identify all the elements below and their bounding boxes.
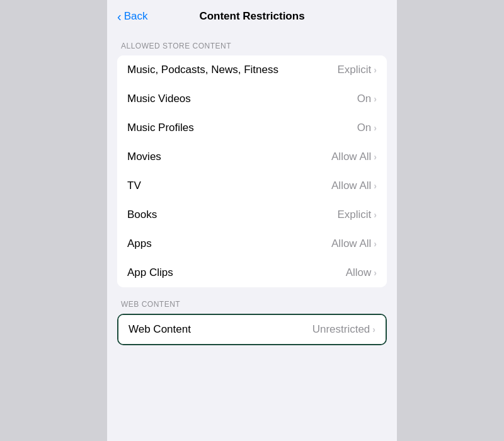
list-item-movies[interactable]: MoviesAllow All› <box>117 142 387 171</box>
web-content-container: Web ContentUnrestricted› <box>117 314 387 345</box>
list-item-value-app-clips: Allow <box>346 266 372 279</box>
chevron-right-icon: › <box>374 123 377 133</box>
back-button[interactable]: ‹ Back <box>117 9 147 24</box>
list-item-value-music-videos: On <box>357 93 372 105</box>
list-item-books[interactable]: BooksExplicit› <box>117 200 387 229</box>
back-chevron-icon: ‹ <box>117 9 122 24</box>
list-item-label-tv: TV <box>127 180 141 192</box>
list-item-right-web-content-item: Unrestricted› <box>312 323 375 336</box>
list-item-web-content-item[interactable]: Web ContentUnrestricted› <box>118 315 386 344</box>
nav-bar: ‹ Back Content Restrictions <box>107 0 397 29</box>
list-item-label-movies: Movies <box>127 151 161 163</box>
list-item-label-app-clips: App Clips <box>127 266 173 279</box>
list-item-app-clips[interactable]: App ClipsAllow› <box>117 258 387 287</box>
list-item-right-movies: Allow All› <box>331 151 377 163</box>
list-item-apps[interactable]: AppsAllow All› <box>117 229 387 258</box>
list-item-label-music-videos: Music Videos <box>127 93 191 105</box>
list-item-label-music-profiles: Music Profiles <box>127 122 194 134</box>
phone-container: ‹ Back Content Restrictions ALLOWED STOR… <box>107 0 397 441</box>
page-title: Content Restrictions <box>199 10 304 23</box>
chevron-right-icon: › <box>372 324 375 335</box>
list-item-music-podcasts[interactable]: Music, Podcasts, News, FitnessExplicit› <box>117 55 387 84</box>
list-item-right-app-clips: Allow› <box>346 266 377 279</box>
list-item-music-videos[interactable]: Music VideosOn› <box>117 84 387 113</box>
list-item-value-movies: Allow All <box>331 151 371 163</box>
section-web-content: WEB CONTENTWeb ContentUnrestricted› <box>107 300 397 345</box>
section-allowed-store-content: ALLOWED STORE CONTENTMusic, Podcasts, Ne… <box>107 42 397 287</box>
list-item-tv[interactable]: TVAllow All› <box>117 171 387 200</box>
list-item-label-apps: Apps <box>127 238 152 250</box>
list-item-label-music-podcasts: Music, Podcasts, News, Fitness <box>127 64 278 76</box>
chevron-right-icon: › <box>374 65 377 75</box>
list-item-right-music-profiles: On› <box>357 122 377 134</box>
chevron-right-icon: › <box>374 152 377 162</box>
chevron-right-icon: › <box>374 94 377 104</box>
list-item-value-web-content-item: Unrestricted <box>312 323 370 336</box>
list-item-label-books: Books <box>127 209 157 221</box>
back-label: Back <box>124 10 148 23</box>
list-item-right-apps: Allow All› <box>331 238 377 250</box>
chevron-right-icon: › <box>374 268 377 278</box>
chevron-right-icon: › <box>374 181 377 191</box>
list-item-right-music-videos: On› <box>357 93 377 105</box>
chevron-right-icon: › <box>374 239 377 249</box>
list-item-right-tv: Allow All› <box>331 180 377 192</box>
list-item-value-books: Explicit <box>337 209 371 221</box>
list-item-value-tv: Allow All <box>331 180 371 192</box>
chevron-right-icon: › <box>374 210 377 220</box>
list-item-right-music-podcasts: Explicit› <box>337 64 377 76</box>
section-header-web-content: WEB CONTENT <box>117 300 387 309</box>
list-item-value-music-profiles: On <box>357 122 372 134</box>
list-item-value-apps: Allow All <box>331 238 371 250</box>
list-item-value-music-podcasts: Explicit <box>337 64 371 76</box>
list-item-label-web-content-item: Web Content <box>129 323 191 336</box>
section-header-allowed-store-content: ALLOWED STORE CONTENT <box>117 42 387 50</box>
list-item-music-profiles[interactable]: Music ProfilesOn› <box>117 113 387 142</box>
list-container-allowed-store-content: Music, Podcasts, News, FitnessExplicit›M… <box>117 55 387 287</box>
list-item-right-books: Explicit› <box>337 209 377 221</box>
